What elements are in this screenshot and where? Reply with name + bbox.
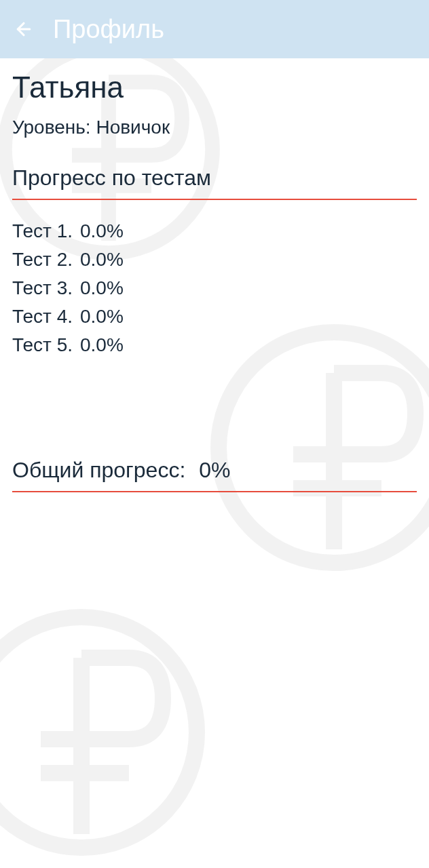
test-value: 0.0%: [80, 249, 124, 271]
test-label: Тест 3.: [12, 277, 80, 299]
overall-progress-section: Общий прогресс: 0%: [12, 458, 417, 492]
back-button[interactable]: [14, 19, 34, 39]
tests-list: Тест 1. 0.0% Тест 2. 0.0% Тест 3. 0.0% Т…: [12, 220, 417, 356]
arrow-left-icon: [14, 19, 34, 39]
user-level: Уровень: Новичок: [12, 117, 417, 138]
app-header: Профиль: [0, 0, 429, 58]
test-row: Тест 3. 0.0%: [12, 277, 417, 299]
test-label: Тест 5.: [12, 334, 80, 356]
overall-progress-value: 0%: [199, 458, 230, 483]
test-row: Тест 2. 0.0%: [12, 249, 417, 271]
user-name: Татьяна: [12, 71, 417, 104]
page-title: Профиль: [53, 15, 164, 44]
progress-section-title: Прогресс по тестам: [12, 165, 417, 200]
test-label: Тест 2.: [12, 249, 80, 271]
test-value: 0.0%: [80, 334, 124, 356]
main-content: Татьяна Уровень: Новичок Прогресс по тес…: [0, 58, 429, 492]
test-row: Тест 1. 0.0%: [12, 220, 417, 242]
test-label: Тест 4.: [12, 306, 80, 328]
overall-progress-label: Общий прогресс:: [12, 458, 185, 483]
test-row: Тест 4. 0.0%: [12, 306, 417, 328]
test-value: 0.0%: [80, 306, 124, 328]
svg-point-6: [0, 617, 197, 848]
test-row: Тест 5. 0.0%: [12, 334, 417, 356]
test-value: 0.0%: [80, 277, 124, 299]
test-label: Тест 1.: [12, 220, 80, 242]
test-value: 0.0%: [80, 220, 124, 242]
